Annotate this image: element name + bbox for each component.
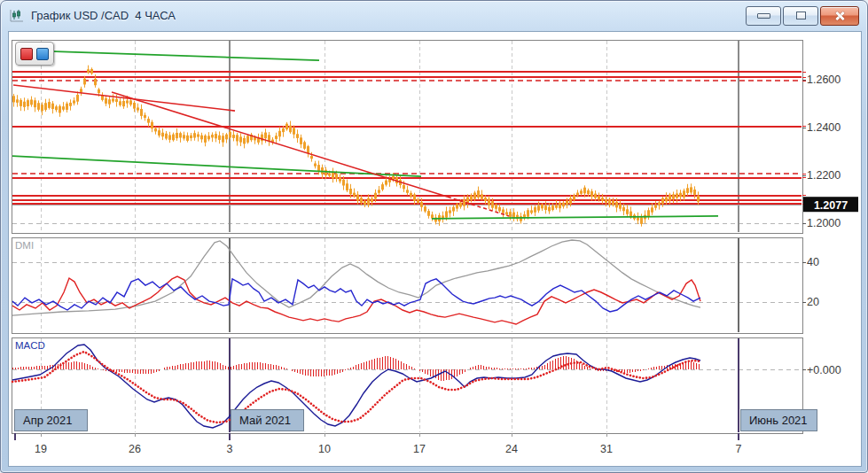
close-button[interactable] [820, 6, 859, 26]
red-square-button[interactable] [20, 48, 33, 60]
maximize-button[interactable] [783, 6, 818, 26]
titlebar[interactable]: График USD /CAD 4 ЧАСА [1, 1, 867, 30]
chart-toolbar [15, 42, 54, 66]
close-icon [833, 10, 846, 22]
maximize-icon [796, 12, 806, 19]
minimize-button[interactable] [746, 6, 781, 26]
blue-square-button[interactable] [36, 48, 49, 60]
chart-icon [9, 9, 25, 23]
chart-area[interactable] [8, 31, 862, 467]
app-window: График USD /CAD 4 ЧАСА [0, 0, 868, 473]
minimize-icon [757, 13, 770, 19]
window-controls [746, 6, 859, 26]
window-title: График USD /CAD 4 ЧАСА [31, 9, 176, 22]
